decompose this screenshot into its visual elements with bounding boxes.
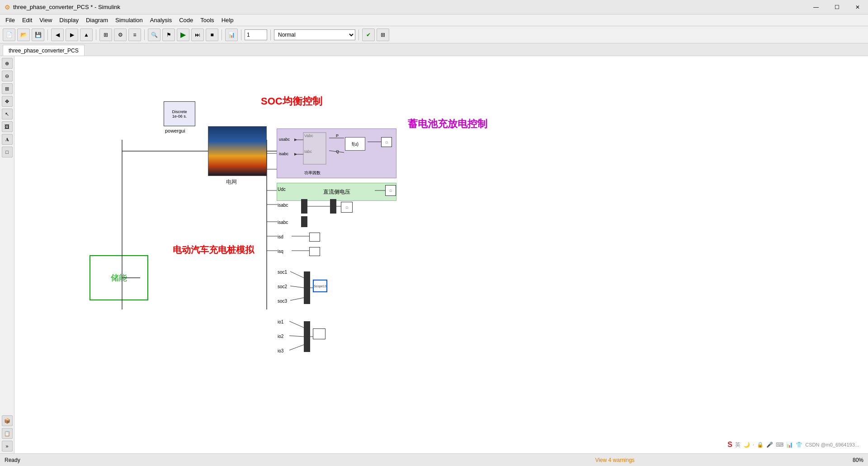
soc1-label: soc1 (278, 270, 287, 275)
stop-button[interactable]: ■ (206, 29, 218, 41)
isd-label: isd (278, 234, 283, 239)
pan-button[interactable]: ✥ (2, 96, 13, 107)
scope-button[interactable]: 📊 (225, 29, 238, 41)
params-button[interactable]: 📋 (2, 428, 13, 439)
sim-time-input[interactable]: 1 (245, 29, 267, 40)
fu-block[interactable]: f(u) (345, 137, 365, 151)
run-button[interactable]: ▶ (177, 29, 189, 41)
svg-line-33 (290, 286, 304, 288)
back-button[interactable]: ◀ (51, 29, 64, 41)
fit-button[interactable]: ⊞ (99, 29, 112, 41)
chuneng-block[interactable]: 储能 (90, 255, 148, 300)
svg-line-34 (290, 298, 304, 300)
scope-dc[interactable]: □ (385, 185, 396, 196)
close-button[interactable]: ✕ (847, 0, 868, 14)
scope13-label: Scope13 (314, 285, 326, 288)
status-warnings-text[interactable]: View 4 warnings (411, 457, 818, 463)
scope-io[interactable] (313, 328, 326, 339)
menu-help[interactable]: Help (218, 16, 237, 24)
tab-bar: three_phase_converter_PCS (0, 43, 868, 56)
save-button[interactable]: 💾 (32, 29, 44, 41)
soc2-label: soc2 (278, 284, 287, 289)
scope13-block[interactable]: Scope13 (313, 280, 327, 292)
svg-line-32 (290, 271, 304, 278)
expand-button[interactable]: » (2, 441, 13, 452)
menu-view[interactable]: View (36, 16, 56, 24)
isabc3-label: isabc (278, 220, 288, 225)
mux3-block[interactable] (301, 216, 307, 227)
forward-button[interactable]: ▶ (66, 29, 78, 41)
soc3-label: soc3 (278, 299, 287, 304)
library-button[interactable]: ≡ (128, 29, 141, 41)
maximize-button[interactable]: ☐ (826, 0, 847, 14)
image-button[interactable]: 🖼 (2, 121, 13, 132)
minimize-button[interactable]: — (806, 0, 826, 14)
soc-mux[interactable] (304, 271, 310, 304)
step-button[interactable]: ⏭ (191, 29, 204, 41)
gonglv-label: 功率因数 (304, 170, 321, 176)
scope-isd[interactable] (309, 233, 320, 242)
menu-file[interactable]: File (2, 16, 19, 24)
canvas-area[interactable]: SOC均衡控制 蓄电池充放电控制 电动汽车充电桩模拟 Discrete 1e-0… (14, 56, 868, 453)
menu-analysis[interactable]: Analysis (146, 16, 175, 24)
vabc-label: Vabc (304, 133, 313, 138)
udc-label: Udc (278, 187, 286, 192)
ev-label: 电动汽车充电桩模拟 (173, 244, 254, 256)
open-button[interactable]: 📂 (17, 29, 30, 41)
powergui-line1: Discrete (172, 109, 187, 114)
tab-label: three_phase_converter_PCS (9, 48, 79, 54)
sim-mode-select[interactable]: Normal Accelerator Rapid Accelerator (274, 29, 355, 40)
mux2-block[interactable] (330, 199, 336, 214)
menu-bar: File Edit View Display Diagram Simulatio… (0, 14, 868, 26)
power-factor-block[interactable]: usabc isabc Vabc Iabc P Q f(u) □ 功率因数 (277, 128, 396, 178)
scope-isq[interactable] (309, 247, 320, 256)
select-button[interactable]: ↖ (2, 109, 13, 119)
scope-isabc[interactable]: □ (341, 202, 353, 213)
svg-marker-13 (294, 153, 297, 156)
status-zoom-text: 80% (818, 457, 863, 463)
isq-label: isq (278, 249, 283, 254)
box-button[interactable]: □ (2, 147, 13, 157)
fu-wire (368, 142, 381, 142)
menu-edit[interactable]: Edit (19, 16, 36, 24)
scope-pq[interactable]: □ (381, 137, 392, 147)
io3-label: io3 (278, 348, 283, 353)
chuneng-label: 储能 (111, 272, 127, 283)
check-button[interactable]: ✔ (362, 29, 375, 41)
io2-label: io2 (278, 334, 283, 339)
io-mux[interactable] (304, 321, 310, 352)
main-tab[interactable]: three_phase_converter_PCS (3, 45, 85, 56)
menu-code[interactable]: Code (175, 16, 197, 24)
annotation-button[interactable]: 𝐀 (2, 134, 13, 145)
usabc-label: usabc (279, 137, 290, 142)
zoom-in-button[interactable]: ⊕ (2, 58, 13, 69)
debug-button[interactable]: 🔍 (148, 29, 160, 41)
powergui-block[interactable]: Discrete 1e-06 s. (164, 101, 195, 126)
menu-simulation[interactable]: Simulation (112, 16, 146, 24)
zoom-out-button[interactable]: ⊖ (2, 71, 13, 81)
fit-view-button[interactable]: ⊞ (2, 83, 13, 94)
io1-label: io1 (278, 319, 283, 324)
left-sidebar: ⊕ ⊖ ⊞ ✥ ↖ 🖼 𝐀 □ 📦 📋 » (0, 56, 14, 453)
subsystem-button[interactable]: 📦 (2, 415, 13, 426)
mux1-block[interactable] (301, 199, 307, 214)
new-button[interactable]: 📄 (3, 29, 15, 41)
q-label: Q (336, 149, 339, 154)
dc-voltage-block[interactable]: 直流侧电压 (277, 183, 396, 201)
p-label: P (336, 133, 339, 138)
svg-line-36 (289, 336, 304, 337)
dianwang-block[interactable] (208, 126, 267, 176)
isabc-label: isabc (279, 152, 288, 156)
app-icon: ⚙ (5, 4, 10, 11)
branding: S 英 🌙 · 🔒 🎤 ⌨ 📊 👕 CSDN @m0_6964193... (723, 439, 863, 451)
flag-button[interactable]: ⚑ (162, 29, 175, 41)
status-bar: Ready View 4 warnings 80% (0, 453, 868, 466)
menu-tools[interactable]: Tools (197, 16, 217, 24)
menu-diagram[interactable]: Diagram (82, 16, 112, 24)
grid-button[interactable]: ⊞ (377, 29, 389, 41)
menu-display[interactable]: Display (56, 16, 82, 24)
settings-button[interactable]: ⚙ (114, 29, 127, 41)
title-bar: ⚙ three_phase_converter_PCS * - Simulink… (0, 0, 868, 14)
battery-label: 蓄电池充放电控制 (408, 117, 487, 131)
up-button[interactable]: ▲ (80, 29, 93, 41)
